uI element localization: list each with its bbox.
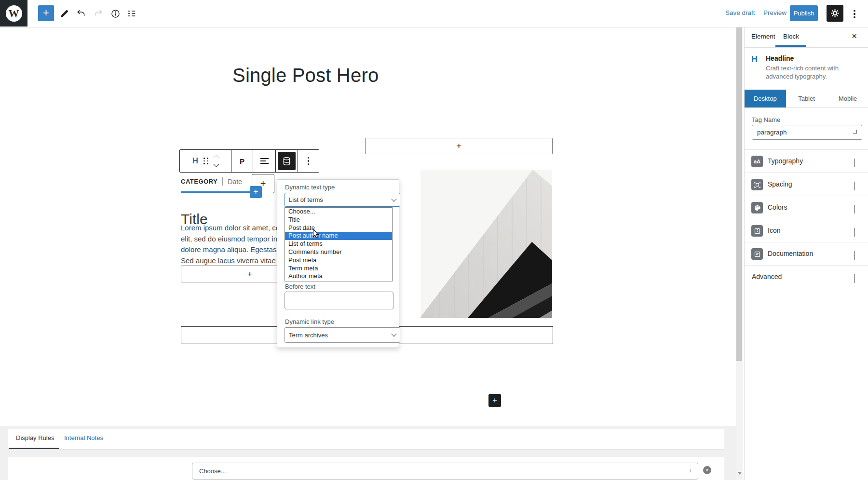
scrollbar-down-arrow-icon[interactable] [738, 472, 742, 475]
dynamic-text-type-value: List of terms [289, 196, 323, 203]
details-button[interactable] [109, 8, 121, 19]
tab-element[interactable]: Element [751, 33, 775, 40]
preview-button[interactable]: Preview [763, 9, 787, 16]
active-tab-underline [9, 448, 59, 449]
dynamic-link-type-value: Term archives [289, 332, 328, 339]
post-meta-row: CATEGORY Date [181, 177, 242, 186]
close-sidebar-button[interactable]: × [852, 31, 857, 41]
dynamic-text-type-label: Dynamic text type [285, 184, 335, 191]
option-post-meta[interactable]: Post meta [285, 256, 392, 265]
database-icon [278, 152, 296, 170]
pencil-icon [59, 9, 69, 19]
block-inserter-button[interactable]: + [38, 5, 54, 21]
inline-inserter-button[interactable]: + [250, 186, 262, 198]
block-mover[interactable] [214, 156, 218, 166]
chevron-down-icon [853, 130, 857, 133]
before-text-input[interactable] [285, 292, 393, 309]
category-label[interactable]: CATEGORY [181, 178, 217, 185]
wordpress-menu-button[interactable]: W [0, 0, 27, 27]
text-align-button[interactable] [253, 150, 276, 172]
canvas-scrollbar-thumb[interactable] [736, 27, 742, 361]
move-up-icon[interactable] [213, 155, 219, 161]
block-appender-right-column[interactable]: + [365, 138, 553, 154]
redo-icon [93, 8, 104, 19]
dynamic-link-type-label: Dynamic link type [285, 318, 334, 325]
option-term-meta[interactable]: Term meta [285, 265, 392, 273]
remove-rule-icon[interactable]: × [703, 466, 711, 474]
tab-block[interactable]: Block [783, 33, 799, 40]
list-view-button[interactable] [126, 8, 137, 19]
option-post-date[interactable]: Post date [285, 224, 392, 232]
option-list-of-terms[interactable]: List of terms [285, 240, 392, 248]
redo-button[interactable] [93, 8, 104, 19]
metabox-body: Choose... × [8, 457, 724, 480]
settings-sidebar: Element Block × H Headline Craft text-ri… [744, 27, 868, 480]
post-title[interactable]: Single Post Hero [232, 65, 379, 86]
dynamic-content-button[interactable] [276, 150, 298, 172]
option-choose[interactable]: Choose... [285, 208, 392, 216]
drag-handle-icon[interactable] [203, 158, 209, 164]
publish-button[interactable]: Publish [790, 5, 818, 21]
meta-divider [222, 177, 223, 186]
dynamic-text-type-select[interactable]: List of terms [285, 193, 400, 207]
editor-canvas: Single Post Hero H P CATEGORY [0, 27, 744, 480]
tab-internal-notes[interactable]: Internal Notes [64, 434, 103, 441]
chevron-down-icon [854, 182, 855, 190]
tag-name-label: Tag Name [752, 116, 780, 123]
block-card-description: Craft text-rich content with advanced ty… [766, 65, 852, 80]
tab-tablet[interactable]: Tablet [786, 90, 827, 107]
panel-spacing[interactable]: Spacing [745, 173, 868, 196]
icon-settings-icon [751, 225, 763, 237]
option-post-author-name[interactable]: Post author name [285, 232, 392, 240]
panel-label: Advanced [752, 273, 782, 280]
save-draft-button[interactable]: Save draft [725, 9, 755, 16]
panel-label: Colors [768, 203, 787, 211]
block-type-and-mover: H [180, 150, 231, 172]
wordpress-logo-icon: W [6, 5, 22, 22]
panel-advanced[interactable]: Advanced [745, 265, 868, 289]
headline-block-icon: H [751, 54, 762, 65]
options-menu-button[interactable] [849, 8, 860, 20]
block-insertion-indicator [181, 191, 251, 193]
paragraph-tool-button[interactable]: P [231, 150, 254, 172]
date-label[interactable]: Date [228, 178, 242, 186]
paragraph-icon: P [240, 157, 244, 165]
settings-toggle-button[interactable] [827, 5, 843, 22]
dynamic-content-popover: Dynamic text type List of terms Choose..… [277, 179, 399, 348]
tab-display-rules[interactable]: Display Rules [16, 434, 54, 441]
chevron-down-icon [688, 469, 691, 472]
panel-label: Documentation [768, 250, 813, 257]
dynamic-link-type-select[interactable]: Term archives [285, 327, 400, 343]
block-toolbar: H P [179, 149, 319, 173]
option-comments-number[interactable]: Comments number [285, 248, 392, 256]
chevron-down-icon [854, 251, 855, 260]
display-rules-choose-select[interactable]: Choose... [192, 463, 698, 480]
tab-mobile[interactable]: Mobile [827, 90, 868, 107]
headline-block-icon[interactable]: H [192, 156, 198, 166]
option-author-meta[interactable]: Author meta [285, 272, 392, 280]
editor-topbar: W + Save draft Preview Publish [0, 0, 868, 27]
move-down-icon[interactable] [213, 161, 219, 167]
chevron-down-icon [391, 196, 396, 201]
active-tab-underline [775, 45, 806, 47]
panel-icon[interactable]: Icon [745, 219, 868, 242]
documentation-icon [751, 248, 763, 260]
tag-name-value: paragraph [757, 129, 787, 136]
tools-pencil-button[interactable] [58, 8, 70, 19]
typography-icon: aA [751, 156, 763, 167]
colors-palette-icon [751, 202, 763, 213]
panel-documentation[interactable]: Documentation [745, 242, 868, 266]
block-options-button[interactable] [298, 150, 319, 172]
list-view-icon [126, 8, 137, 19]
undo-button[interactable] [75, 8, 87, 19]
featured-image[interactable] [420, 170, 552, 318]
before-text-label: Before text [285, 283, 315, 290]
sidebar-header: Element Block × [745, 27, 868, 48]
option-title[interactable]: Title [285, 216, 392, 224]
panel-typography[interactable]: aA Typography [745, 149, 868, 173]
tab-desktop[interactable]: Desktop [745, 90, 786, 107]
tag-name-select[interactable]: paragraph [752, 125, 862, 140]
chevron-down-icon [854, 228, 855, 237]
bottom-inserter-button[interactable]: + [488, 394, 501, 407]
panel-colors[interactable]: Colors [745, 196, 868, 219]
